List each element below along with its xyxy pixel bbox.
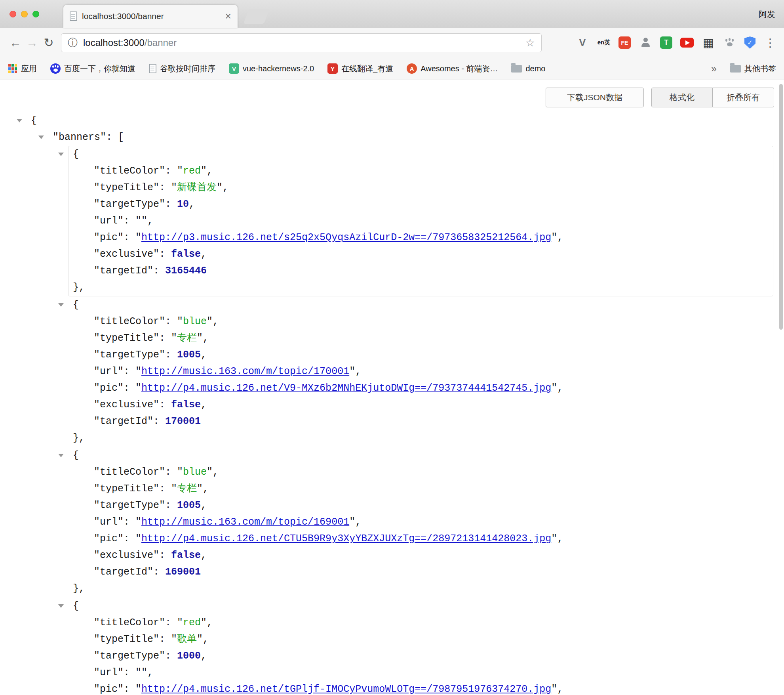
close-window-button[interactable] [10,11,16,17]
scrollbar-thumb[interactable] [779,84,783,330]
json-line: { [69,447,773,464]
bookmark-label: 百度一下，你就知道 [64,63,135,74]
json-line: "url": "http://music.163.com/m/topic/170… [69,363,773,380]
security-shield-extension-icon[interactable]: ✓ [744,36,755,49]
url-text: localhost:3000/banner [83,37,177,48]
json-object-block: {"titleColor": "red","typeTitle": "新碟首发"… [68,146,773,296]
address-bar[interactable]: ⓘ localhost:3000/banner ☆ [61,33,542,52]
reload-button[interactable]: ↻ [40,34,57,51]
collapse-toggle-icon[interactable] [58,303,64,307]
collapse-toggle-icon[interactable] [58,604,64,608]
bookmark-star-icon[interactable]: ☆ [525,36,535,49]
t-shield-extension-icon[interactable]: T [660,36,672,49]
bookmark-label: vue-hackernews-2.0 [243,64,314,73]
json-line: "targetId": 169001 [69,564,773,580]
bookmark-item-6[interactable]: AAwesomes - 前端资… [407,63,498,74]
json-line: "url": "http://music.163.com/m/topic/169… [69,514,773,531]
page-icon [149,64,156,73]
json-line: "targetType": 1000, [69,648,773,664]
bookmarks-overflow-chevron[interactable]: » [711,63,717,74]
collapse-toggle-icon[interactable] [58,153,64,156]
json-line: "exclusive": false, [69,246,773,263]
close-tab-icon[interactable]: × [225,11,231,22]
json-link[interactable]: http://music.163.com/m/topic/169001 [141,516,349,528]
paw-extension-icon[interactable] [723,36,736,50]
youtube-extension-icon[interactable] [680,38,694,48]
apps-icon [8,64,17,73]
extensions-area: Ven英FET▦✓⋮ [576,36,777,50]
back-button[interactable]: ← [7,34,24,51]
folder-icon [730,65,741,73]
json-line: { [0,113,784,129]
page-info-icon[interactable]: ⓘ [68,36,78,49]
collapse-toggle-icon[interactable] [17,119,22,122]
baidu-icon [50,63,61,74]
forward-button[interactable]: → [24,34,40,51]
json-link[interactable]: http://p4.music.126.net/V9-MXz6b2MNhEKju… [141,382,551,394]
vue-icon: V [229,63,239,74]
format-button[interactable]: 格式化 [651,88,713,107]
json-line: "pic": "http://p3.music.126.net/s25q2x5Q… [69,229,773,246]
json-tree: {"banners": [{"titleColor": "red","typeT… [0,113,784,695]
bookmark-label: 应用 [21,63,37,74]
json-link[interactable]: http://p4.music.126.net/tGPljf-IMOCyPvum… [141,684,551,695]
bookmark-item-5[interactable]: Y在线翻译_有道 [327,63,393,74]
json-object-block: {"titleColor": "red","typeTitle": "歌单","… [68,598,773,695]
qr-code-extension-icon[interactable]: ▦ [702,36,715,50]
new-tab-button[interactable] [243,9,270,24]
translate-extension-icon[interactable]: en英 [597,36,611,50]
json-line: { [69,146,773,163]
json-line: "url": "", [69,213,773,229]
tab-title: localhost:3000/banner [82,11,222,21]
bookmark-item-1[interactable]: 应用 [8,63,37,74]
page-content: 下载JSON数据 格式化 折叠所有 {"banners": [{"titleCo… [0,80,784,695]
json-line: }, [69,279,773,296]
browser-menu-icon[interactable]: ⋮ [763,36,777,50]
download-json-button[interactable]: 下载JSON数据 [546,88,644,107]
bookmark-label: 谷歌按时间排序 [160,63,215,74]
bookmark-label: Awesomes - 前端资… [421,63,498,74]
bookmarks-bar: 应用百度一下，你就知道谷歌按时间排序Vvue-hackernews-2.0Y在线… [0,57,784,80]
bookmark-item-7[interactable]: demo [511,64,545,73]
json-line: "titleColor": "blue", [69,464,773,481]
json-line: "url": "", [69,664,773,681]
json-link[interactable]: http://music.163.com/m/topic/170001 [141,366,349,377]
other-bookmarks[interactable]: 其他书签 [730,63,776,74]
json-line: "exclusive": false, [69,547,773,564]
format-collapse-group: 格式化 折叠所有 [651,88,774,107]
bookmark-label: 在线翻译_有道 [341,63,393,74]
minimize-window-button[interactable] [21,11,28,17]
bookmark-label: demo [525,64,545,73]
json-object-block: {"titleColor": "blue","typeTitle": "专栏",… [68,447,773,598]
folder-icon [511,65,522,73]
bookmark-item-4[interactable]: Vvue-hackernews-2.0 [229,63,314,74]
json-line: "titleColor": "blue", [69,313,773,330]
zoom-window-button[interactable] [32,11,39,17]
json-line: { [69,598,773,615]
contacts-extension-icon[interactable] [639,36,652,50]
collapse-toggle-icon[interactable] [38,136,44,139]
json-line: "typeTitle": "专栏", [69,330,773,347]
json-line: "titleColor": "red", [69,615,773,631]
url-host: localhost:3000 [83,37,145,48]
json-line: "banners": [ [0,129,784,146]
browser-tab[interactable]: localhost:3000/banner × [63,5,238,28]
json-link[interactable]: http://p4.music.126.net/CTU5B9R9y3XyYBZX… [141,533,551,544]
fe-extension-icon[interactable]: FE [618,36,631,49]
json-line: "targetType": 1005, [69,497,773,514]
bookmark-item-3[interactable]: 谷歌按时间排序 [149,63,215,74]
json-line: "titleColor": "red", [69,163,773,179]
bookmark-item-2[interactable]: 百度一下，你就知道 [50,63,135,74]
json-link[interactable]: http://p3.music.126.net/s25q2x5QyqsAzilC… [141,232,551,243]
page-icon [70,11,77,21]
other-bookmarks-label: 其他书签 [744,63,776,74]
toolbar: ← → ↻ ⓘ localhost:3000/banner ☆ Ven英FET▦… [0,28,784,57]
json-line: "targetType": 1005, [69,347,773,363]
browser-window: localhost:3000/banner × 阿发 ← → ↻ ⓘ local… [0,0,784,695]
collapse-toggle-icon[interactable] [58,454,64,457]
collapse-all-button[interactable]: 折叠所有 [713,88,774,107]
json-line: "exclusive": false, [69,397,773,413]
profile-name: 阿发 [759,9,775,20]
json-line: "typeTitle": "专栏", [69,481,773,497]
v-extension-icon[interactable]: V [576,36,589,50]
